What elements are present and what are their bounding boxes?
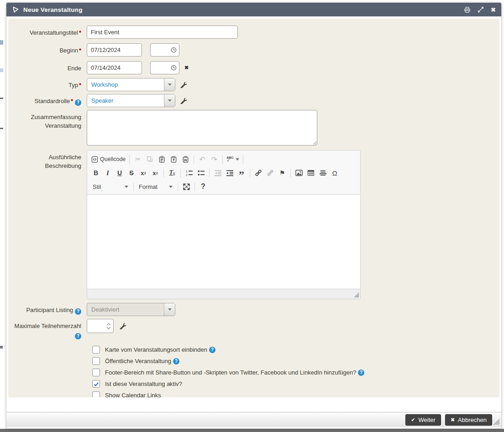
- cut-icon[interactable]: ✂: [132, 153, 144, 165]
- svg-text:1: 1: [186, 170, 188, 173]
- help-icon[interactable]: ?: [75, 333, 81, 339]
- description-label: Ausführliche Beschreibung: [8, 150, 87, 171]
- clear-end-time-icon[interactable]: ✖: [184, 65, 189, 71]
- chevron-down-icon: [164, 94, 175, 107]
- redo-icon[interactable]: ↷: [208, 153, 220, 165]
- participant-listing-value: Deaktiviert: [87, 306, 164, 313]
- checkbox-label: Show Calendar Links: [105, 392, 161, 397]
- max-participants-input[interactable]: [87, 319, 104, 333]
- unlink-button[interactable]: [264, 167, 276, 179]
- editor-resize-handle[interactable]: [354, 292, 359, 297]
- checkbox-row: Ist diese Veranstaltung aktiv?: [92, 380, 499, 388]
- checkbox-row: Footer-Bereich mit Share-Button und -Skr…: [92, 369, 499, 376]
- options-checkbox-group: Karte vom Veranstaltungsort einbinden ? …: [92, 346, 499, 397]
- event-type-select[interactable]: Workshop: [87, 78, 175, 91]
- end-date-input[interactable]: [87, 61, 142, 74]
- public-event-checkbox[interactable]: [92, 357, 100, 365]
- link-button[interactable]: [252, 167, 264, 179]
- checkbox-row: Öffentliche Veranstaltung ?: [92, 357, 499, 365]
- help-icon[interactable]: ?: [75, 99, 81, 106]
- next-button[interactable]: ✔ Weiter: [405, 414, 441, 426]
- paste-icon[interactable]: [156, 153, 168, 165]
- editor-help-button[interactable]: ?: [197, 181, 209, 193]
- copy-icon[interactable]: [144, 153, 156, 165]
- cancel-button[interactable]: ✖ Abbrechen: [445, 414, 492, 426]
- description-editing-area[interactable]: [87, 195, 360, 289]
- numbered-list-button[interactable]: 12: [183, 167, 195, 179]
- anchor-button[interactable]: ⚑: [276, 167, 288, 179]
- table-button[interactable]: [305, 167, 317, 179]
- horizontal-rule-button[interactable]: [317, 167, 329, 179]
- max-participants-stepper[interactable]: [87, 319, 114, 333]
- chevron-down-icon: [169, 186, 173, 188]
- special-character-button[interactable]: Ω: [329, 167, 341, 179]
- underline-button[interactable]: U: [114, 167, 126, 179]
- rich-text-editor: Quellcode ✂: [87, 150, 361, 299]
- spell-check-icon[interactable]: ABC ✓: [225, 153, 241, 165]
- strikethrough-button[interactable]: S: [126, 167, 137, 179]
- checkbox-label: Footer-Bereich mit Share-Button und -Skr…: [105, 369, 356, 376]
- edit-options-wrench-icon[interactable]: [180, 98, 187, 104]
- cross-icon: ✖: [451, 417, 455, 423]
- is-active-checkbox[interactable]: [92, 380, 100, 388]
- source-button[interactable]: Quellcode: [90, 153, 127, 165]
- help-icon[interactable]: ?: [173, 358, 179, 364]
- begin-label: Beginn*: [8, 43, 87, 55]
- print-icon[interactable]: [464, 6, 471, 13]
- map-checkbox[interactable]: [92, 346, 100, 354]
- event-title-input[interactable]: [87, 26, 238, 39]
- help-icon[interactable]: ?: [358, 370, 364, 376]
- dialog-resize-handle[interactable]: [493, 419, 500, 427]
- undo-icon[interactable]: ↶: [196, 153, 208, 165]
- blockquote-button[interactable]: ”: [236, 167, 247, 179]
- editor-toolbar: Quellcode ✂: [87, 151, 360, 195]
- edit-options-wrench-icon[interactable]: [180, 82, 187, 88]
- format-combo[interactable]: Format: [136, 181, 175, 192]
- checkbox-label: Ist diese Veranstaltung aktiv?: [105, 380, 182, 387]
- stepper-arrows[interactable]: [104, 319, 113, 333]
- increase-indent-button[interactable]: [224, 167, 236, 179]
- chevron-up-icon: [106, 323, 111, 326]
- participant-listing-select[interactable]: Deaktiviert: [87, 303, 175, 316]
- checkbox-row: Karte vom Veranstaltungsort einbinden ?: [92, 346, 499, 354]
- dialog-title: Neue Veranstaltung: [23, 6, 83, 13]
- show-calendar-links-checkbox[interactable]: [92, 391, 100, 397]
- required-marker: *: [79, 47, 81, 54]
- help-icon[interactable]: ?: [75, 308, 81, 315]
- checkbox-label: Öffentliche Veranstaltung: [105, 358, 171, 364]
- default-role-value: Speaker: [87, 97, 164, 104]
- summary-textarea[interactable]: [87, 110, 317, 146]
- decrease-indent-button[interactable]: [212, 167, 224, 179]
- paste-from-word-icon[interactable]: [179, 153, 191, 165]
- social-share-checkbox[interactable]: [92, 369, 100, 376]
- image-button[interactable]: [293, 167, 305, 179]
- event-type-value: Workshop: [87, 81, 164, 88]
- check-icon: ✔: [411, 417, 415, 423]
- close-icon[interactable]: ✖: [491, 7, 496, 13]
- edit-options-wrench-icon[interactable]: [120, 323, 126, 329]
- paste-plain-text-icon[interactable]: [168, 153, 179, 165]
- dialog-titlebar[interactable]: Neue Veranstaltung ✖: [6, 3, 501, 16]
- help-icon[interactable]: ?: [209, 347, 215, 353]
- bold-button[interactable]: B: [90, 167, 102, 179]
- bulleted-list-button[interactable]: [195, 167, 207, 179]
- default-role-select[interactable]: Speaker: [87, 94, 175, 107]
- italic-button[interactable]: I: [102, 167, 114, 179]
- maximize-button[interactable]: [180, 181, 192, 193]
- styles-combo[interactable]: Stil: [90, 181, 131, 192]
- summary-label: Zusammenfassung Veranstaltung: [8, 110, 87, 130]
- background-page-strip: [0, 0, 5, 432]
- required-marker: *: [71, 98, 73, 104]
- editor-bottom-bar: [87, 289, 360, 299]
- end-label: Ende: [8, 61, 87, 73]
- subscript-button[interactable]: x2: [137, 167, 149, 179]
- checkbox-row: Show Calendar Links: [92, 391, 499, 397]
- expand-icon[interactable]: [478, 6, 484, 13]
- checkbox-label: Karte vom Veranstaltungsort einbinden: [105, 346, 207, 353]
- participant-listing-label: Participant Listing?: [8, 303, 87, 315]
- required-marker: *: [79, 29, 81, 36]
- superscript-button[interactable]: x2: [149, 167, 161, 179]
- begin-date-input[interactable]: [87, 43, 142, 57]
- chevron-down-icon: [164, 303, 175, 316]
- remove-format-button[interactable]: Tx: [166, 167, 178, 179]
